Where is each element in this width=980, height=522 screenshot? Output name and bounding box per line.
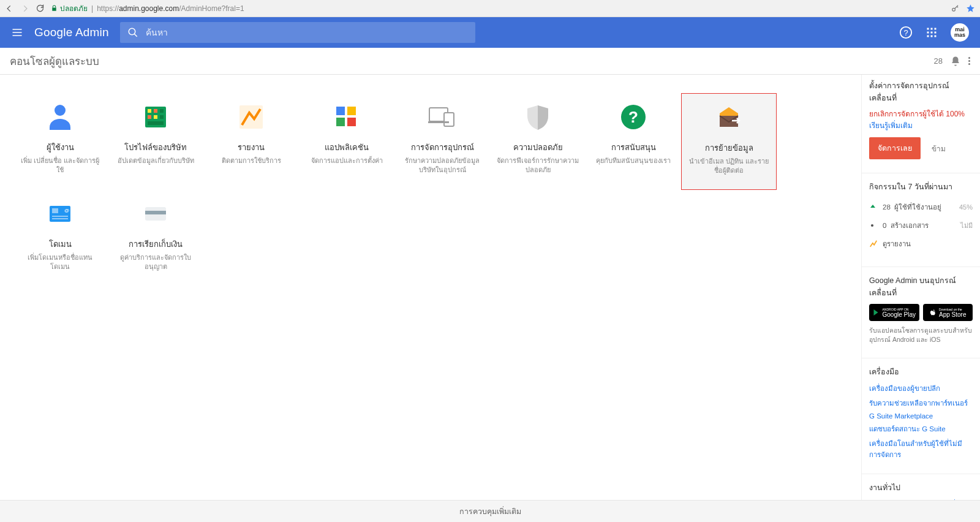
billing-icon: [140, 199, 171, 229]
main-content: ผู้ใช้งาน เพิ่ม เปลี่ยนชื่อ และจัดการผู้…: [0, 75, 980, 500]
company-icon: [140, 102, 171, 132]
search-box[interactable]: [120, 22, 475, 43]
tile-domains[interactable]: โดเมน เพิ่มโดเมนหรือชื่อแทนโดเมน: [12, 190, 108, 287]
lock-icon: ปลอดภัย: [51, 2, 88, 14]
task-link[interactable]: รับแอปพลิเคชันและบริการเพิ่ม: [869, 499, 973, 500]
chart-icon: [869, 240, 876, 248]
sb-view-reports-row[interactable]: ดูรายงาน: [869, 235, 973, 253]
sb-manage-now-button[interactable]: จัดการเลย: [869, 137, 921, 159]
tool-link[interactable]: G Suite Marketplace: [869, 412, 973, 420]
tile-title: การเรียกเก็บเงิน: [129, 238, 183, 251]
migration-icon: [714, 102, 744, 133]
svg-rect-8: [931, 32, 933, 34]
tool-link[interactable]: เครื่องมือของผู้ขายปลีก: [869, 383, 973, 394]
browser-chrome-bar: ปลอดภัย | https://admin.google.com/Admin…: [0, 0, 980, 17]
tile-title: โปรไฟล์ของบริษัท: [124, 141, 187, 154]
brand-logo[interactable]: Google Admin: [34, 26, 109, 39]
footer-bar[interactable]: การควบคุมเพิ่มเติม: [0, 500, 980, 522]
app-store-badge[interactable]: Download on the App Store: [923, 304, 973, 321]
tile-reports[interactable]: รายงาน ติดตามการใช้บริการ: [203, 93, 299, 190]
appstore-small: Download on the: [939, 308, 966, 311]
browser-right-icons: [951, 4, 975, 13]
tile-support[interactable]: การสนับสนุน คุยกับทีมสนับสนุนของเรา: [586, 93, 681, 190]
tile-title: ความปลอดภัย: [513, 141, 563, 154]
tile-title: ผู้ใช้งาน: [47, 141, 74, 154]
google-play-badge[interactable]: ANDROID APP ON Google Play: [869, 304, 919, 321]
bell-icon[interactable]: [950, 56, 961, 67]
tool-link[interactable]: เครื่องมือโอนสำหรับผู้ใช้ที่ไม่มีการจัดก…: [869, 438, 973, 460]
activity-text: 28 ผู้ใช้ที่ใช้งานอยู่: [883, 202, 953, 213]
tile-grid-area: ผู้ใช้งาน เพิ่ม เปลี่ยนชื่อ และจัดการผู้…: [0, 75, 861, 500]
tile-security[interactable]: ความปลอดภัย จัดการฟีเจอร์การรักษาความปลอ…: [490, 93, 586, 190]
back-arrow-icon[interactable]: [5, 4, 13, 13]
activity-meta: ไม่มี: [960, 220, 973, 231]
notif-count: 28: [934, 56, 943, 66]
search-input[interactable]: [146, 28, 468, 37]
apps-icon: [331, 102, 362, 132]
apps-grid-icon[interactable]: [926, 27, 937, 38]
tool-link[interactable]: แดชบอร์ดสถานะ G Suite: [869, 423, 973, 434]
tile-user[interactable]: ผู้ใช้งาน เพิ่ม เปลี่ยนชื่อ และจัดการผู้…: [12, 93, 108, 190]
sb-skip-link[interactable]: ข้าม: [932, 143, 946, 154]
activity-meta: 45%: [959, 203, 973, 211]
tile-apps[interactable]: แอปพลิเคชัน จัดการแอปและการตั้งค่า: [299, 93, 394, 190]
subheader: คอนโซลผู้ดูแลระบบ 28: [0, 48, 980, 75]
tile-devices[interactable]: การจัดการอุปกรณ์ รักษาความปลอดภัยข้อมูลบ…: [394, 93, 490, 190]
url-host: admin.google.com: [119, 4, 179, 13]
tool-link[interactable]: รับความช่วยเหลือจากพาร์ทเนอร์: [869, 398, 973, 409]
menu-hamburger-icon[interactable]: [11, 26, 23, 39]
sidebar-collapse-button[interactable]: [861, 80, 862, 94]
svg-point-13: [871, 224, 873, 227]
svg-text:?: ?: [903, 28, 908, 37]
play-big: Google Play: [883, 311, 916, 318]
avatar-text: mai mas: [954, 27, 965, 38]
svg-rect-12: [935, 36, 937, 37]
sb-mobile-heading: ตั้งค่าการจัดการอุปกรณ์เคลื่อนที่: [869, 80, 973, 104]
tile-desc: นำเข้าอีเมล ปฏิทิน และรายชื่อผู้ติดต่อ: [688, 157, 770, 176]
sb-tasks: งานทั่วไป รับแอปพลิเคชันและบริการเพิ่มตร…: [862, 482, 980, 500]
sb-mobileapp-heading: Google Admin บนอุปกรณ์เคลื่อนที่: [869, 274, 973, 299]
avatar[interactable]: mai mas: [951, 23, 969, 42]
tile-title: การย้ายข้อมูล: [705, 142, 753, 154]
reload-icon[interactable]: [36, 4, 45, 13]
tile-desc: เพิ่มโดเมนหรือชื่อแทนโดเมน: [18, 253, 102, 272]
tile-billing[interactable]: การเรียกเก็บเงิน ดูค่าบริการและจัดการใบอ…: [108, 190, 203, 287]
forward-arrow-icon[interactable]: [21, 4, 29, 13]
tile-desc: เพิ่ม เปลี่ยนชื่อ และจัดการผู้ใช้: [18, 156, 102, 175]
url-divider: |: [91, 4, 93, 13]
tile-desc: รักษาความปลอดภัยข้อมูลบริษัทในอุปกรณ์: [401, 156, 484, 175]
key-icon[interactable]: [951, 4, 960, 13]
tile-desc: ดูค่าบริการและจัดการใบอนุญาต: [114, 253, 197, 272]
footer-text: การควบคุมเพิ่มเติม: [459, 505, 521, 518]
bookmark-star-icon[interactable]: [966, 4, 975, 13]
activity-icon: [869, 222, 876, 229]
svg-rect-7: [927, 32, 929, 34]
activity-row: 28 ผู้ใช้ที่ใช้งานอยู่ 45%: [869, 198, 973, 216]
svg-rect-4: [927, 28, 929, 30]
tile-desc: อัปเดตข้อมูลเกี่ยวกับบริษัท: [118, 156, 194, 165]
sb-activity: กิจกรรมใน 7 วันที่ผ่านมา 28 ผู้ใช้ที่ใช้…: [862, 181, 980, 262]
svg-rect-10: [927, 36, 929, 37]
tile-desc: จัดการฟีเจอร์การรักษาความปลอดภัย: [496, 156, 579, 175]
sb-learn-more-link[interactable]: เรียนรู้เพิ่มเติม: [869, 121, 913, 130]
tile-migration[interactable]: การย้ายข้อมูล นำเข้าอีเมล ปฏิทิน และรายช…: [681, 93, 777, 190]
support-icon: [618, 102, 649, 132]
tile-company[interactable]: โปรไฟล์ของบริษัท อัปเดตข้อมูลเกี่ยวกับบร…: [108, 93, 203, 190]
svg-rect-11: [931, 36, 933, 37]
user-icon: [45, 102, 75, 132]
activity-row: 0 สร้างเอกสาร ไม่มี: [869, 216, 973, 235]
sb-mobile-redtext: ยกเลิกการจัดการผู้ใช้ได้ 100%: [869, 109, 973, 119]
help-icon[interactable]: ?: [899, 26, 913, 39]
tile-title: การจัดการอุปกรณ์: [411, 141, 474, 154]
activity-icon: [869, 203, 876, 211]
tile-desc: คุยกับทีมสนับสนุนของเรา: [596, 156, 671, 165]
sb-mobile-setup: ตั้งค่าการจัดการอุปกรณ์เคลื่อนที่ ยกเลิก…: [862, 80, 980, 168]
brand-admin: Admin: [75, 26, 109, 39]
domains-icon: [45, 199, 75, 229]
url-bar[interactable]: ปลอดภัย | https://admin.google.com/Admin…: [51, 2, 945, 14]
url-path: /AdminHome?fral=1: [179, 4, 244, 13]
tile-desc: จัดการแอปและการตั้งค่า: [311, 156, 383, 165]
sb-mobileapp-desc: รับแอปคอนโซลการดูแลระบบสำหรับอุปกรณ์ And…: [869, 326, 973, 344]
more-vert-icon[interactable]: [968, 57, 970, 65]
tile-title: โดเมน: [49, 238, 72, 251]
